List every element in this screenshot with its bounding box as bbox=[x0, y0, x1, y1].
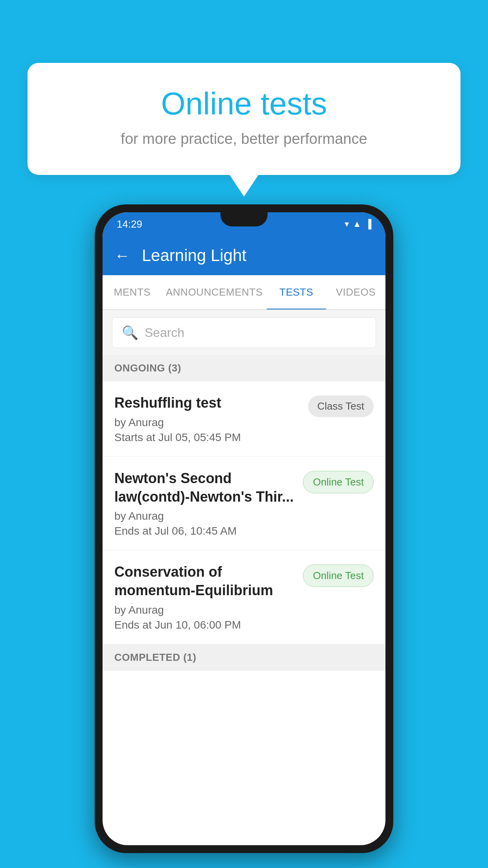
test-badge-class: Class Test bbox=[308, 395, 374, 417]
wifi-icon: ▾ bbox=[345, 219, 349, 229]
speech-bubble-title: Online tests bbox=[59, 86, 429, 121]
test-name: Conservation of momentum-Equilibrium bbox=[114, 563, 295, 600]
test-author: by Anurag bbox=[114, 416, 300, 429]
ongoing-section-header: ONGOING (3) bbox=[103, 355, 385, 381]
status-bar: 14:29 ▾ ▲ ▐ bbox=[103, 212, 385, 236]
speech-bubble: Online tests for more practice, better p… bbox=[28, 63, 460, 175]
status-time: 14:29 bbox=[117, 218, 142, 230]
test-author: by Anurag bbox=[114, 510, 295, 522]
search-input[interactable]: Search bbox=[145, 326, 184, 340]
tab-ments[interactable]: MENTS bbox=[103, 275, 162, 309]
status-icons: ▾ ▲ ▐ bbox=[345, 219, 371, 229]
test-date: Starts at Jul 05, 05:45 PM bbox=[114, 431, 300, 444]
test-author: by Anurag bbox=[114, 604, 295, 616]
app-title: Learning Light bbox=[142, 246, 246, 265]
signal-icon: ▲ bbox=[353, 219, 361, 229]
tab-announcements[interactable]: ANNOUNCEMENTS bbox=[162, 275, 266, 309]
search-icon: 🔍 bbox=[122, 325, 138, 340]
speech-bubble-container: Online tests for more practice, better p… bbox=[28, 63, 460, 175]
test-badge-online-2: Online Test bbox=[303, 565, 374, 587]
speech-bubble-subtitle: for more practice, better performance bbox=[59, 131, 429, 147]
search-container: 🔍 Search bbox=[103, 310, 385, 355]
tab-videos[interactable]: VIDEOS bbox=[326, 275, 385, 309]
test-badge-online: Online Test bbox=[303, 471, 374, 493]
notch bbox=[220, 212, 268, 226]
test-name: Reshuffling test bbox=[114, 394, 300, 412]
completed-section-header: COMPLETED (1) bbox=[103, 644, 385, 671]
test-list: Reshuffling test by Anurag Starts at Jul… bbox=[103, 381, 385, 644]
test-item[interactable]: Conservation of momentum-Equilibrium by … bbox=[103, 550, 385, 644]
phone-inner: 14:29 ▾ ▲ ▐ ← Learning Light MENTS ANNOU… bbox=[103, 212, 385, 845]
app-bar: ← Learning Light bbox=[103, 236, 385, 275]
test-item[interactable]: Newton's Second law(contd)-Newton's Thir… bbox=[103, 457, 385, 551]
tab-tests[interactable]: TESTS bbox=[267, 275, 326, 309]
test-date: Ends at Jul 06, 10:45 AM bbox=[114, 525, 295, 537]
test-name: Newton's Second law(contd)-Newton's Thir… bbox=[114, 469, 295, 506]
search-bar[interactable]: 🔍 Search bbox=[112, 317, 376, 348]
phone-frame: 14:29 ▾ ▲ ▐ ← Learning Light MENTS ANNOU… bbox=[95, 204, 393, 853]
test-info: Reshuffling test by Anurag Starts at Jul… bbox=[114, 394, 308, 444]
back-button[interactable]: ← bbox=[114, 247, 130, 265]
test-info: Newton's Second law(contd)-Newton's Thir… bbox=[114, 469, 303, 538]
test-item[interactable]: Reshuffling test by Anurag Starts at Jul… bbox=[103, 381, 385, 457]
test-info: Conservation of momentum-Equilibrium by … bbox=[114, 563, 303, 631]
battery-icon: ▐ bbox=[365, 219, 371, 229]
test-date: Ends at Jun 10, 06:00 PM bbox=[114, 619, 295, 631]
tabs-container: MENTS ANNOUNCEMENTS TESTS VIDEOS bbox=[103, 275, 385, 310]
